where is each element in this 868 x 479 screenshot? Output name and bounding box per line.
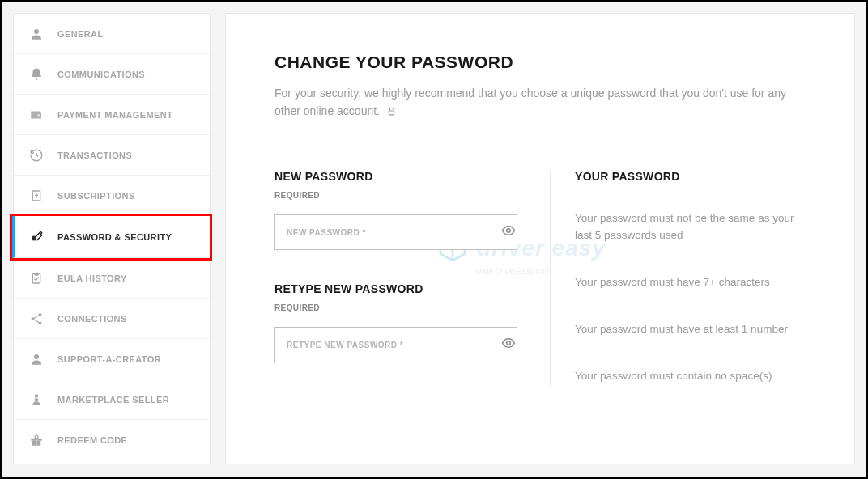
svg-rect-15 [389,111,394,115]
sidebar-item-label: MARKETPLACE SELLER [57,395,169,405]
svg-rect-11 [35,398,39,401]
sidebar-item-label: PASSWORD & SECURITY [57,232,172,242]
password-rule: Your password must have 7+ characters [575,274,806,290]
wallet-icon [28,107,45,123]
new-password-label: NEW PASSWORD [274,170,525,183]
password-rule: Your password must have at least 1 numbe… [575,321,806,337]
sidebar-item-redeem-code[interactable]: REDEEM CODE [14,420,210,460]
sidebar-item-label: EULA HISTORY [57,273,127,283]
retype-password-input[interactable] [274,327,517,362]
sidebar-item-marketplace-seller[interactable]: MARKETPLACE SELLER [14,379,210,420]
svg-point-10 [35,394,39,398]
new-password-input[interactable] [274,214,517,250]
svg-rect-1 [38,114,40,116]
sidebar-item-eula-history[interactable]: EULA HISTORY [14,258,210,299]
password-rules: YOUR PASSWORD Your password must not be … [550,170,806,384]
sidebar-item-label: SUBSCRIPTIONS [57,191,135,201]
seller-icon [28,392,45,408]
sidebar-item-label: PAYMENT MANAGEMENT [57,110,172,120]
gift-icon [28,432,45,448]
bell-icon [28,66,45,83]
svg-rect-5 [35,273,38,275]
svg-point-16 [507,229,511,233]
sidebar-item-connections[interactable]: CONNECTIONS [14,299,210,339]
page-description-text: For your security, we highly recommend t… [274,87,786,117]
sidebar-item-label: TRANSACTIONS [57,150,132,160]
password-rule: Your password must contain no space(s) [575,368,806,384]
svg-point-17 [507,341,511,345]
required-text: REQUIRED [274,303,525,312]
sidebar-item-support-a-creator[interactable]: SUPPORT-A-CREATOR [14,339,210,379]
required-text: REQUIRED [274,191,525,200]
password-rule: Your password must not be the same as yo… [575,210,806,244]
sidebar-item-label: CONNECTIONS [57,314,127,324]
svg-rect-14 [36,439,37,446]
person-icon [28,26,45,42]
password-form: NEW PASSWORD REQUIRED RETYPE NEW PASSWOR… [274,170,550,384]
lock-icon [386,104,397,122]
sidebar-item-label: SUPPORT-A-CREATOR [57,354,161,364]
reveal-password-icon[interactable] [501,223,516,241]
rules-heading: YOUR PASSWORD [575,170,806,183]
svg-point-0 [34,29,39,34]
retype-password-label: RETYPE NEW PASSWORD [274,282,525,295]
sidebar-item-subscriptions[interactable]: SUBSCRIPTIONS [14,176,210,216]
history-icon [28,147,45,163]
sidebar-item-label: GENERAL [57,29,104,39]
share-icon [28,311,45,327]
receipt-icon [28,188,45,204]
svg-point-9 [34,354,39,359]
sidebar-item-transactions[interactable]: TRANSACTIONS [14,135,210,176]
sidebar-item-communications[interactable]: COMMUNICATIONS [14,54,210,95]
clipboard-check-icon [28,270,45,286]
sidebar-item-label: COMMUNICATIONS [57,70,145,79]
sidebar-item-label: REDEEM CODE [57,435,127,445]
page-title: CHANGE YOUR PASSWORD [274,53,806,72]
sidebar-item-payment-management[interactable]: PAYMENT MANAGEMENT [14,95,210,135]
settings-sidebar: GENERAL COMMUNICATIONS PAYMENT MANAGEMEN… [13,13,211,464]
reveal-password-icon[interactable] [501,336,516,354]
main-panel: CHANGE YOUR PASSWORD For your security, … [225,13,855,464]
page-description: For your security, we highly recommend t… [274,85,806,121]
sidebar-item-general[interactable]: GENERAL [14,14,210,54]
key-icon [28,229,45,245]
person-icon [28,351,45,367]
sidebar-item-password-security[interactable]: PASSWORD & SECURITY [12,216,210,258]
